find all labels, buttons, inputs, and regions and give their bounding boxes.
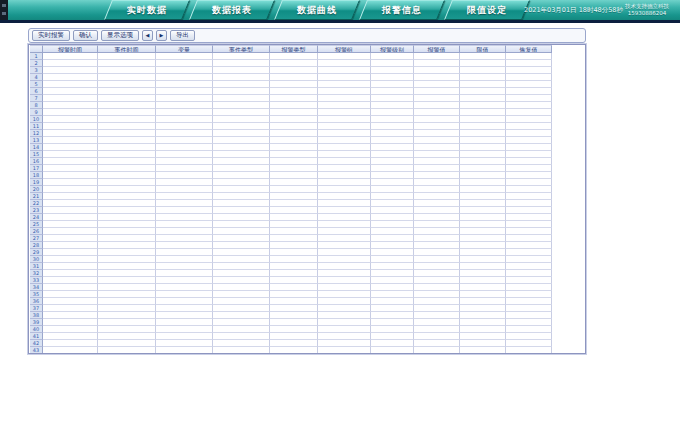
table-cell — [43, 249, 98, 256]
table-cell — [318, 137, 371, 144]
realtime-alarm-button[interactable]: 实时报警 — [32, 30, 70, 41]
table-row[interactable]: 3 — [30, 67, 552, 74]
top-nav-bar: 实时数据数据报表数据曲线报警信息限值设定 2021年03月01日 18时48分5… — [0, 0, 680, 20]
tab-data-curve[interactable]: 数据曲线 — [274, 0, 360, 20]
table-row[interactable]: 15 — [30, 151, 552, 158]
table-row[interactable]: 14 — [30, 144, 552, 151]
table-row[interactable]: 9 — [30, 109, 552, 116]
table-row[interactable]: 8 — [30, 102, 552, 109]
tab-alarm-info[interactable]: 报警信息 — [359, 0, 445, 20]
column-header[interactable]: 恢复值 — [506, 45, 552, 53]
table-cell — [98, 67, 156, 74]
table-cell — [156, 151, 213, 158]
table-cell — [270, 270, 318, 277]
table-cell — [270, 249, 318, 256]
table-row[interactable]: 18 — [30, 172, 552, 179]
table-row[interactable]: 12 — [30, 130, 552, 137]
table-cell — [318, 319, 371, 326]
table-cell — [414, 221, 460, 228]
table-cell — [213, 228, 270, 235]
table-cell — [414, 74, 460, 81]
tab-limit-setting[interactable]: 限值设定 — [444, 0, 530, 20]
table-cell — [414, 179, 460, 186]
table-row[interactable]: 34 — [30, 284, 552, 291]
column-header[interactable]: 报警组 — [318, 45, 371, 53]
table-row[interactable]: 16 — [30, 158, 552, 165]
table-row[interactable]: 36 — [30, 298, 552, 305]
table-row[interactable]: 1 — [30, 53, 552, 60]
table-cell — [460, 186, 506, 193]
table-row[interactable]: 27 — [30, 235, 552, 242]
table-row[interactable]: 26 — [30, 228, 552, 235]
table-cell — [371, 347, 414, 354]
table-cell — [318, 207, 371, 214]
table-row[interactable]: 35 — [30, 291, 552, 298]
table-row[interactable]: 22 — [30, 200, 552, 207]
table-cell — [506, 284, 552, 291]
table-row[interactable]: 23 — [30, 207, 552, 214]
table-row[interactable]: 38 — [30, 312, 552, 319]
table-row[interactable]: 40 — [30, 326, 552, 333]
export-button[interactable]: 导出 — [170, 30, 195, 41]
column-header[interactable]: 限值 — [460, 45, 506, 53]
table-cell — [318, 158, 371, 165]
table-row[interactable]: 21 — [30, 193, 552, 200]
row-number: 14 — [30, 144, 43, 151]
table-cell — [506, 186, 552, 193]
table-row[interactable]: 6 — [30, 88, 552, 95]
table-cell — [213, 81, 270, 88]
table-cell — [318, 95, 371, 102]
prev-page-button[interactable]: ◀ — [142, 30, 153, 41]
table-row[interactable]: 25 — [30, 221, 552, 228]
table-cell — [98, 109, 156, 116]
tab-data-report[interactable]: 数据报表 — [189, 0, 275, 20]
table-cell — [43, 144, 98, 151]
table-row[interactable]: 30 — [30, 256, 552, 263]
table-row[interactable]: 11 — [30, 123, 552, 130]
table-row[interactable]: 19 — [30, 179, 552, 186]
column-header[interactable]: 事件时间 — [98, 45, 156, 53]
table-cell — [98, 235, 156, 242]
table-cell — [270, 319, 318, 326]
table-row[interactable]: 13 — [30, 137, 552, 144]
column-header[interactable]: 事件类型 — [213, 45, 270, 53]
column-header[interactable]: 报警级别 — [371, 45, 414, 53]
table-cell — [213, 200, 270, 207]
column-header[interactable]: 报警值 — [414, 45, 460, 53]
table-cell — [213, 277, 270, 284]
table-cell — [98, 270, 156, 277]
table-cell — [156, 102, 213, 109]
table-row[interactable]: 7 — [30, 95, 552, 102]
tab-realtime-data[interactable]: 实时数据 — [104, 0, 190, 20]
display-options-button[interactable]: 显示选项 — [101, 30, 139, 41]
next-page-button[interactable]: ▶ — [156, 30, 167, 41]
table-row[interactable]: 33 — [30, 277, 552, 284]
table-row[interactable]: 2 — [30, 60, 552, 67]
table-row[interactable]: 10 — [30, 116, 552, 123]
table-row[interactable]: 42 — [30, 340, 552, 347]
table-row[interactable]: 28 — [30, 242, 552, 249]
table-row[interactable]: 32 — [30, 270, 552, 277]
table-row[interactable]: 37 — [30, 305, 552, 312]
column-header[interactable]: 变量 — [156, 45, 213, 53]
table-row[interactable]: 20 — [30, 186, 552, 193]
table-cell — [213, 137, 270, 144]
table-cell — [371, 193, 414, 200]
table-row[interactable]: 17 — [30, 165, 552, 172]
column-header[interactable]: 报警类型 — [270, 45, 318, 53]
table-cell — [414, 235, 460, 242]
table-row[interactable]: 41 — [30, 333, 552, 340]
confirm-button[interactable]: 确认 — [73, 30, 98, 41]
table-row[interactable]: 5 — [30, 81, 552, 88]
table-cell — [371, 256, 414, 263]
table-row[interactable]: 43 — [30, 347, 552, 354]
table-row[interactable]: 31 — [30, 263, 552, 270]
table-row[interactable]: 4 — [30, 74, 552, 81]
column-header[interactable]: 报警时间 — [43, 45, 98, 53]
row-number: 22 — [30, 200, 43, 207]
alarm-table[interactable]: 报警时间事件时间变量事件类型报警类型报警组报警级别报警值限值恢复值1234567… — [28, 44, 586, 354]
table-row[interactable]: 24 — [30, 214, 552, 221]
table-cell — [213, 291, 270, 298]
table-row[interactable]: 29 — [30, 249, 552, 256]
table-row[interactable]: 39 — [30, 319, 552, 326]
